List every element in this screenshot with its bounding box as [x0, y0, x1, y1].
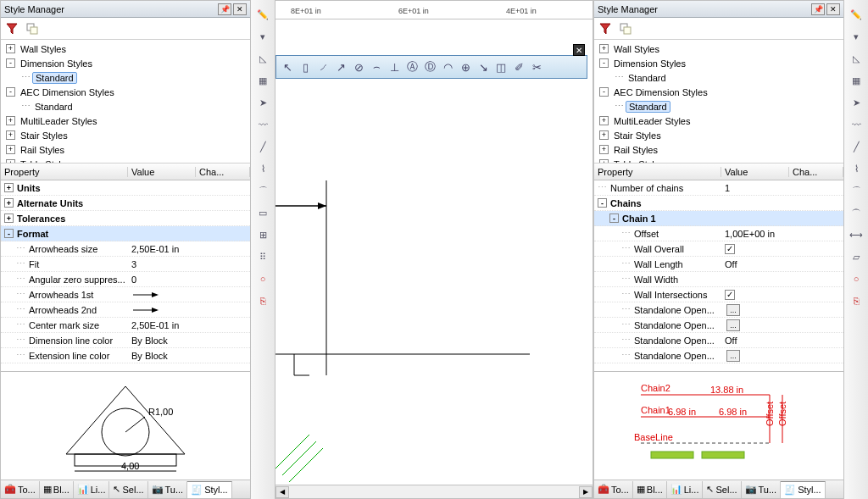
- tree-item[interactable]: +Stair Styles: [1, 128, 250, 142]
- grid-icon[interactable]: ▦: [253, 71, 272, 90]
- close-icon[interactable]: ✕: [826, 3, 840, 15]
- dim-icon[interactable]: ⟷: [847, 225, 865, 244]
- property-row[interactable]: ⋯Standalone Open......: [594, 302, 843, 318]
- prop-value[interactable]: ✓: [721, 289, 843, 300]
- tree-toggle-icon[interactable]: -: [599, 87, 609, 97]
- tree-toggle-icon[interactable]: +: [6, 44, 15, 53]
- bottom-tab[interactable]: 📊Li...: [667, 481, 704, 498]
- prop-toggle-icon[interactable]: +: [4, 198, 14, 208]
- prop-value[interactable]: [128, 291, 250, 299]
- prop-value[interactable]: 3: [128, 259, 250, 269]
- col-property[interactable]: Property: [1, 167, 128, 177]
- col-changed[interactable]: Cha...: [789, 167, 843, 177]
- bottom-tab[interactable]: 📷Tu...: [742, 481, 782, 498]
- property-row[interactable]: ⋯Dimension line colorBy Block: [1, 333, 250, 348]
- drawing-canvas[interactable]: 8E+01 in 6E+01 in 4E+01 in ✕ ↖ ▯ ⟋ ↗ ⊘ ⌢…: [275, 0, 593, 499]
- property-row[interactable]: ⋯Extension line colorBy Block: [1, 348, 250, 363]
- line-icon[interactable]: ╱: [847, 137, 865, 156]
- property-grid-left[interactable]: +Units+Alternate Units+Tolerances-Format…: [1, 180, 250, 371]
- property-row[interactable]: ⋯Wall Overall✓: [594, 241, 843, 257]
- arc-icon[interactable]: ⌒: [847, 181, 865, 200]
- tree-item[interactable]: ⋯Standard: [1, 70, 250, 85]
- copy-style-icon[interactable]: [618, 21, 633, 36]
- prop-value[interactable]: 2,50E-01 in: [128, 244, 250, 254]
- ellipsis-button[interactable]: ...: [726, 319, 740, 331]
- prop-value[interactable]: Off: [721, 259, 843, 269]
- bottom-tab[interactable]: ↖Sel...: [703, 481, 741, 498]
- col-property[interactable]: Property: [594, 167, 721, 177]
- tree-item[interactable]: ⋯Standard: [594, 99, 843, 114]
- line-icon[interactable]: ╱: [253, 137, 272, 156]
- copy-style-icon[interactable]: [25, 21, 40, 36]
- bottom-tab[interactable]: ▦Bl...: [633, 481, 667, 498]
- property-row[interactable]: ⋯Offset1,00E+00 in: [594, 226, 843, 241]
- prop-value[interactable]: Off: [721, 335, 843, 346]
- property-row[interactable]: ⋯Wall Width: [594, 272, 843, 287]
- circle-icon[interactable]: ○: [847, 269, 865, 288]
- property-row[interactable]: +Alternate Units: [1, 196, 250, 211]
- property-row[interactable]: +Units: [1, 180, 250, 196]
- prop-value[interactable]: ...: [721, 350, 843, 362]
- pencil-icon[interactable]: ✏️: [847, 5, 865, 24]
- shape-icon[interactable]: ▱: [847, 247, 865, 266]
- tree-item[interactable]: +Table Styles: [594, 157, 843, 164]
- filter-icon[interactable]: [4, 21, 19, 36]
- checkbox-icon[interactable]: ✓: [725, 244, 735, 254]
- property-row[interactable]: ⋯Standalone Open......: [594, 318, 843, 333]
- export-icon[interactable]: ⎘: [253, 291, 272, 310]
- prop-toggle-icon[interactable]: -: [598, 198, 607, 208]
- wave-icon[interactable]: 〰: [847, 115, 865, 134]
- tree-toggle-icon[interactable]: -: [6, 87, 15, 97]
- tree-toggle-icon[interactable]: +: [6, 130, 15, 140]
- col-value[interactable]: Value: [128, 167, 196, 177]
- triangle-icon[interactable]: ◺: [253, 49, 272, 68]
- tree-label[interactable]: Standard: [32, 72, 77, 84]
- prop-toggle-icon[interactable]: +: [4, 183, 14, 192]
- prop-value[interactable]: 1,00E+00 in: [721, 229, 843, 239]
- bottom-tab[interactable]: ▦Bl...: [40, 481, 74, 498]
- tree-item[interactable]: +Wall Styles: [594, 42, 843, 56]
- triangle-icon[interactable]: ◺: [847, 49, 865, 68]
- pin-icon[interactable]: 📌: [218, 3, 231, 15]
- dots-icon[interactable]: ⠿: [253, 247, 272, 266]
- square-icon[interactable]: ▭: [253, 203, 272, 222]
- scroll-right-icon[interactable]: ▶: [579, 486, 593, 498]
- chevron-down-icon[interactable]: ▾: [253, 27, 272, 46]
- tree-item[interactable]: -AEC Dimension Styles: [594, 85, 843, 99]
- prop-value[interactable]: ...: [721, 304, 843, 316]
- property-grid-right[interactable]: ⋯Number of chains1-Chains-Chain 1⋯Offset…: [594, 180, 843, 371]
- tree-item[interactable]: +Rail Styles: [594, 142, 843, 157]
- prop-value[interactable]: ✓: [721, 243, 843, 254]
- tree-item[interactable]: -Dimension Styles: [594, 56, 843, 70]
- ellipsis-button[interactable]: ...: [726, 304, 740, 316]
- property-row[interactable]: ⋯Standalone Open...Off: [594, 333, 843, 348]
- style-tree-right[interactable]: +Wall Styles-Dimension Styles⋯Standard-A…: [594, 40, 843, 164]
- bottom-tab[interactable]: ↖Sel...: [109, 481, 147, 498]
- prop-value[interactable]: 0: [128, 274, 250, 285]
- col-value[interactable]: Value: [721, 167, 789, 177]
- tree-toggle-icon[interactable]: +: [599, 145, 609, 154]
- tree-label[interactable]: Stair Styles: [18, 130, 70, 141]
- circle-icon[interactable]: ○: [253, 269, 272, 288]
- checkbox-icon[interactable]: ✓: [725, 290, 735, 300]
- ellipsis-button[interactable]: ...: [726, 350, 740, 362]
- prop-toggle-icon[interactable]: +: [4, 213, 14, 223]
- prop-value[interactable]: 1: [721, 183, 843, 193]
- property-row[interactable]: -Format: [1, 226, 250, 241]
- horizontal-scrollbar[interactable]: ◀ ▶: [275, 485, 593, 498]
- property-row[interactable]: ⋯Wall Intersections✓: [594, 287, 843, 302]
- property-row[interactable]: +Tolerances: [1, 211, 250, 226]
- tree-label[interactable]: Rail Styles: [611, 145, 660, 155]
- curve-icon[interactable]: ⏜: [847, 203, 865, 222]
- col-changed[interactable]: Cha...: [196, 167, 250, 177]
- tree-toggle-icon[interactable]: +: [599, 130, 609, 140]
- tree-label[interactable]: Wall Styles: [18, 44, 69, 54]
- property-row[interactable]: ⋯Center mark size2,50E-01 in: [1, 318, 250, 333]
- export-icon[interactable]: ⎘: [847, 291, 865, 310]
- tree-label[interactable]: Standard: [626, 73, 669, 83]
- prop-value[interactable]: [128, 306, 250, 314]
- tree-toggle-icon[interactable]: -: [6, 58, 15, 68]
- property-row[interactable]: -Chains: [594, 196, 843, 211]
- tree-label[interactable]: Dimension Styles: [18, 58, 95, 69]
- tree-toggle-icon[interactable]: +: [599, 44, 609, 53]
